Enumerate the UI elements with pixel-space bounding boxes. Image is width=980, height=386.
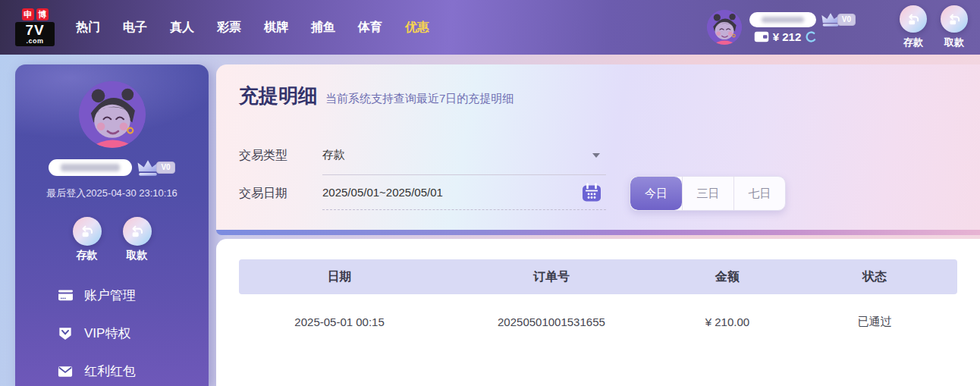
calendar-icon[interactable] xyxy=(582,183,602,202)
deposit-button[interactable]: 存款 xyxy=(900,5,927,49)
red-envelope-icon xyxy=(58,366,74,378)
nav-item-promos[interactable]: 优惠 xyxy=(405,20,429,36)
withdraw-button[interactable]: 取款 xyxy=(941,5,968,49)
sidebar-username-row: V0 xyxy=(15,158,209,177)
logo-wordmark: 7V .com xyxy=(15,22,55,46)
header-amount: 金额 xyxy=(663,269,792,285)
nav-item-live[interactable]: 真人 xyxy=(170,20,194,36)
page-title: 充提明细 xyxy=(239,83,318,109)
cell-status: 已通过 xyxy=(792,315,957,329)
table-header-row: 日期 订单号 金额 状态 xyxy=(239,259,957,294)
sidebar-deposit-button[interactable]: 存款 xyxy=(73,217,102,262)
sidebar-username-masked xyxy=(49,159,132,176)
sidebar-menu: 账户管理 VIP特权 红利红包 xyxy=(15,287,209,380)
nav-quick-actions: 存款 取款 xyxy=(900,5,968,49)
header-order-no: 订单号 xyxy=(440,269,663,285)
range-button-3days[interactable]: 三日 xyxy=(682,177,733,210)
range-button-today[interactable]: 今日 xyxy=(630,177,682,210)
sidebar-withdraw-button[interactable]: 取款 xyxy=(123,217,152,262)
nav-item-slots[interactable]: 电子 xyxy=(123,20,147,36)
nav-item-sports[interactable]: 体育 xyxy=(358,20,382,36)
logo-badges: 申 博 xyxy=(15,8,55,20)
main-navigation: 热门 电子 真人 彩票 棋牌 捕鱼 体育 优惠 xyxy=(76,20,429,36)
last-login-text: 最后登入2025-04-30 23:10:16 xyxy=(15,187,209,200)
deposit-transfer-icon xyxy=(900,5,927,33)
sidebar-item-vip-privileges[interactable]: VIP特权 xyxy=(58,325,209,342)
transaction-date-label: 交易日期 xyxy=(239,186,287,202)
withdraw-transfer-icon xyxy=(941,5,968,33)
page-subtitle: 当前系统支持查询最近7日的充提明细 xyxy=(325,92,514,106)
user-info: V0 ¥ 212 xyxy=(749,11,856,43)
vip-badge-icon xyxy=(58,327,74,340)
sidebar-withdraw-transfer-icon xyxy=(123,217,152,246)
nav-item-hot[interactable]: 热门 xyxy=(76,20,100,36)
vip-level-badge: V0 xyxy=(837,14,856,26)
transaction-type-value: 存款 xyxy=(322,148,345,161)
user-avatar[interactable] xyxy=(707,10,742,45)
sidebar-user-avatar[interactable] xyxy=(79,81,146,148)
results-panel: 日期 订单号 金额 状态 2025-05-01 00:15 2025050100… xyxy=(216,239,980,386)
transaction-type-select[interactable]: 存款 xyxy=(322,148,606,175)
sidebar-item-bonus-red-packet[interactable]: 红利红包 xyxy=(58,362,209,380)
cell-date: 2025-05-01 00:15 xyxy=(239,315,440,328)
bank-card-icon xyxy=(58,289,74,302)
filter-panel: 充提明细 当前系统支持查询最近7日的充提明细 交易类型 存款 交易日期 2025… xyxy=(216,64,980,230)
wallet-icon xyxy=(754,31,769,42)
nav-item-chess[interactable]: 棋牌 xyxy=(264,20,288,36)
transaction-date-input[interactable]: 2025/05/01~2025/05/01 xyxy=(322,186,606,210)
header-date: 日期 xyxy=(239,269,440,285)
range-button-7days[interactable]: 七日 xyxy=(733,177,785,210)
transactions-table: 日期 订单号 金额 状态 2025-05-01 00:15 2025050100… xyxy=(239,259,957,349)
balance-row: ¥ 212 xyxy=(754,30,856,43)
nav-item-lottery[interactable]: 彩票 xyxy=(217,20,241,36)
transaction-date-value: 2025/05/01~2025/05/01 xyxy=(322,186,443,199)
page-header: 充提明细 当前系统支持查询最近7日的充提明细 xyxy=(239,83,514,109)
sidebar-item-account-management[interactable]: 账户管理 xyxy=(58,287,209,304)
logo-badge-2: 博 xyxy=(36,8,49,20)
table-row: 2025-05-01 00:15 20250501001531655 ¥ 210… xyxy=(239,294,957,349)
username-masked xyxy=(749,12,816,27)
user-cluster: V0 ¥ 212 xyxy=(707,0,968,55)
sidebar-deposit-transfer-icon xyxy=(73,217,102,246)
sidebar-quick-actions: 存款 取款 xyxy=(15,217,209,262)
cell-amount: ¥ 210.00 xyxy=(663,315,792,328)
account-sidebar: V0 最后登入2025-04-30 23:10:16 存款 取款 xyxy=(15,64,209,386)
balance-amount: ¥ 212 xyxy=(773,30,802,43)
refresh-balance-icon[interactable] xyxy=(805,30,818,43)
header-status: 状态 xyxy=(792,269,957,285)
date-range-group: 今日 三日 七日 xyxy=(630,176,786,211)
nav-item-fishing[interactable]: 捕鱼 xyxy=(311,20,335,36)
top-navbar: 申 博 7V .com 热门 电子 真人 彩票 棋牌 捕鱼 体育 优惠 xyxy=(0,0,980,55)
sidebar-vip-level-badge: V0 xyxy=(156,162,174,174)
cell-order-no: 20250501001531655 xyxy=(440,315,663,328)
chevron-down-icon xyxy=(592,153,600,158)
transaction-type-label: 交易类型 xyxy=(239,148,287,164)
site-logo[interactable]: 申 博 7V .com xyxy=(15,8,55,46)
username-row: V0 xyxy=(749,11,856,27)
logo-badge-1: 申 xyxy=(22,8,34,20)
